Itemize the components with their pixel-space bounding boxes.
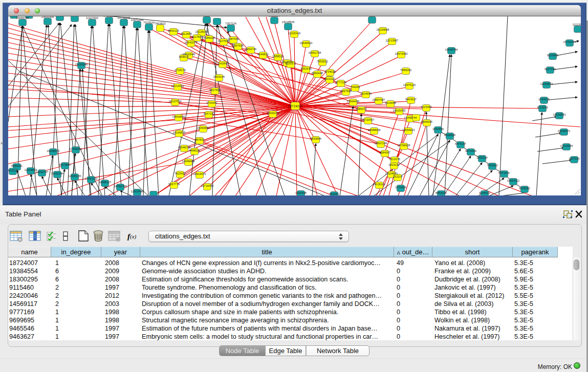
svg-text:9427552: 9427552 [209,89,221,92]
svg-text:1640954: 1640954 [432,127,444,130]
svg-text:252214: 252214 [393,175,403,178]
svg-text:7612076: 7612076 [389,158,400,161]
svg-text:6497568: 6497568 [340,90,352,93]
svg-text:8990448: 8990448 [312,72,323,75]
svg-text:12942737: 12942737 [36,170,49,173]
svg-text:3267110: 3267110 [203,112,214,115]
svg-text:2803144: 2803144 [213,75,225,78]
svg-text:16648784: 16648784 [445,48,458,51]
svg-text:2367608: 2367608 [232,44,244,47]
svg-text:10973493: 10973493 [395,52,408,55]
svg-text:10719165: 10719165 [118,16,130,19]
svg-text:7663822: 7663822 [155,22,166,25]
svg-text:15716485: 15716485 [201,184,214,187]
svg-text:11415194: 11415194 [51,172,63,175]
svg-text:1244415: 1244415 [538,98,550,101]
svg-text:10958127: 10958127 [99,181,112,184]
svg-text:8938928: 8938928 [444,134,455,137]
svg-text:9657774: 9657774 [168,183,180,186]
svg-text:9227342: 9227342 [545,68,556,71]
svg-text:19055724: 19055724 [16,16,29,19]
svg-text:9463627: 9463627 [405,98,417,101]
svg-text:12213967: 12213967 [386,39,399,42]
svg-text:10654112: 10654112 [507,179,519,182]
svg-text:17016504: 17016504 [560,144,573,147]
svg-text:1587546: 1587546 [228,37,239,40]
svg-text:9734028: 9734028 [324,70,336,73]
svg-text:1167533: 1167533 [569,157,579,160]
svg-text:7955812: 7955812 [317,60,328,63]
svg-text:6479197: 6479197 [455,142,466,145]
svg-text:14136141: 14136141 [373,183,386,186]
svg-text:15353593: 15353593 [197,126,210,129]
svg-text:90975887: 90975887 [59,163,72,166]
svg-text:10807487: 10807487 [373,98,385,101]
svg-text:1362615: 1362615 [300,67,312,70]
svg-text:8471676: 8471676 [498,171,510,174]
svg-text:11325419: 11325419 [288,32,300,35]
svg-text:13654923: 13654923 [402,128,415,132]
svg-text:8220371: 8220371 [285,62,296,65]
svg-text:9777169: 9777169 [335,81,346,84]
svg-text:1621022: 1621022 [324,77,335,80]
svg-text:10782759: 10782759 [114,185,127,188]
svg-text:19218506: 19218506 [282,20,295,24]
svg-text:12975115: 12975115 [403,83,416,86]
svg-text:29053346: 29053346 [75,63,88,66]
svg-text:7632621: 7632621 [487,164,498,167]
svg-text:19756928: 19756928 [398,144,410,147]
svg-text:15495744: 15495744 [404,116,417,119]
svg-text:17359914: 17359914 [70,147,82,150]
svg-text:16154808: 16154808 [377,28,389,31]
svg-text:9245012: 9245012 [479,191,490,194]
svg-text:20206570: 20206570 [47,149,60,152]
svg-text:10971365: 10971365 [131,18,144,21]
svg-text:1588520: 1588520 [272,55,284,58]
svg-text:1624554: 1624554 [360,92,372,95]
svg-text:8186328: 8186328 [204,36,215,39]
svg-text:6699695: 6699695 [421,120,432,123]
svg-text:10025433: 10025433 [393,109,406,112]
svg-text:8660123: 8660123 [168,29,179,32]
svg-text:19106825: 19106825 [173,131,186,134]
svg-text:2935114: 2935114 [476,156,487,159]
svg-text:8454749: 8454749 [245,48,256,51]
svg-text:7485063: 7485063 [400,69,411,72]
svg-text:3912954: 3912954 [181,32,192,35]
svg-text:746266: 746266 [351,85,360,89]
svg-text:8599001: 8599001 [11,164,23,167]
svg-text:7515524: 7515524 [143,21,155,24]
svg-text:1815112: 1815112 [388,163,399,166]
svg-text:9127509: 9127509 [191,35,203,38]
svg-text:1700481: 1700481 [206,101,217,104]
svg-text:16914473: 16914473 [193,172,206,176]
svg-text:3915121: 3915121 [8,169,18,172]
svg-text:2242848: 2242848 [217,62,228,65]
svg-text:18907249: 18907249 [375,142,387,145]
svg-text:23300273: 23300273 [267,112,279,115]
svg-text:15720407: 15720407 [362,118,375,121]
svg-text:7986372: 7986372 [356,107,367,111]
svg-text:10688609: 10688609 [368,128,381,132]
svg-text:952061: 952061 [330,192,339,195]
svg-text:9693854: 9693854 [310,137,321,140]
svg-text:8452012: 8452012 [435,191,447,194]
svg-text:7625402: 7625402 [175,172,186,175]
svg-text:16210643: 16210643 [553,113,566,116]
svg-text:6216068: 6216068 [385,101,396,104]
svg-text:9146821: 9146821 [257,53,269,56]
svg-text:17957252: 17957252 [85,177,98,180]
svg-text:11327602: 11327602 [86,16,98,19]
svg-text:4498222: 4498222 [189,149,200,152]
svg-text:2718170: 2718170 [175,69,186,72]
svg-text:1112306: 1112306 [573,23,581,26]
svg-text:3215933: 3215933 [537,106,548,109]
svg-text:10543372: 10543372 [185,41,198,44]
svg-text:9115460: 9115460 [421,105,431,108]
svg-text:16961758: 16961758 [309,51,321,54]
svg-text:12505135: 12505135 [69,174,81,178]
svg-text:12093872: 12093872 [540,82,553,85]
svg-text:15751074: 15751074 [563,40,576,43]
svg-text:16107554: 16107554 [169,100,182,103]
svg-text:9084067: 9084067 [379,151,390,154]
